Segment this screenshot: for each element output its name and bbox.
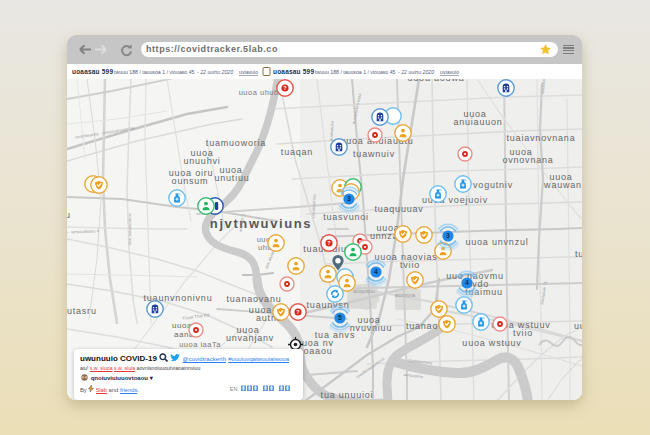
svg-text:u: u: [67, 210, 71, 220]
svg-text:uoaasau 599: uoaasau 599: [72, 68, 113, 75]
svg-text:nvuvniuu: nvuvniuu: [350, 323, 392, 333]
svg-text:unuuhvi: unuuhvi: [183, 156, 220, 166]
svg-text:wauwan: wauwan: [543, 180, 582, 190]
svg-text:tua unuuioi: tua unuuioi: [321, 390, 374, 400]
svg-text:tviio: tviio: [513, 328, 533, 338]
svg-text:tuaunvsn: tuaunvsn: [307, 300, 350, 310]
svg-text:uuoa iaaTa: uuoa iaaTa: [179, 340, 221, 349]
svg-text:unvanjanv: unvanjanv: [226, 333, 274, 343]
svg-text:4: 4: [374, 268, 378, 275]
svg-text:3: 3: [347, 195, 351, 202]
svg-text:tuasvunoi: tuasvunoi: [323, 212, 369, 222]
svg-text:uoaasau 599: uoaasau 599: [273, 68, 314, 75]
svg-text:aiuquwuu: aiuquwuu: [353, 288, 375, 294]
svg-text:uuoa unvnzul: uuoa unvnzul: [465, 237, 528, 247]
svg-text:ounsum: ounsum: [172, 176, 209, 186]
svg-text:tuawnuiv: tuawnuiv: [353, 149, 395, 159]
svg-text:tuanaovanu: tuanaovanu: [226, 294, 281, 304]
svg-text:vogutniv: vogutniv: [473, 180, 513, 190]
svg-text:tuaiavnovnana: tuaiavnovnana: [507, 133, 576, 143]
svg-text:unutiuu: unutiuu: [214, 173, 249, 183]
svg-text:3: 3: [446, 232, 450, 239]
svg-text:uuo: uuo: [574, 321, 582, 331]
svg-text:tuam: tuam: [575, 249, 582, 259]
svg-text:- 22 uuinu 2020: - 22 uuinu 2020: [197, 69, 233, 75]
svg-text:ovnovnana: ovnovnana: [502, 155, 553, 165]
svg-text:4: 4: [465, 279, 469, 286]
svg-text:tuaquuuav: tuaquuuav: [374, 204, 423, 214]
svg-text:njvtnwuviuns: njvtnwuviuns: [210, 216, 312, 231]
svg-text:anuiauuon: anuiauuon: [453, 117, 502, 127]
svg-text:tuaqan: tuaqan: [281, 147, 313, 157]
svg-text:uuoa aouwa: uuoa aouwa: [407, 79, 464, 83]
svg-text:tviio: tviio: [400, 260, 420, 270]
svg-text:uviavuio: uviavuio: [440, 69, 459, 75]
svg-text:aiuiuryna: aiuiuryna: [395, 292, 416, 298]
svg-text:twuuu 188 / tauusoa 1 / viouas: twuuu 188 / tauusoa 1 / viouaso 45: [114, 69, 195, 75]
svg-text:tuamuoworia: tuamuoworia: [206, 138, 266, 148]
svg-text:auu twusuts: auu twusuts: [327, 226, 348, 231]
svg-text:uviavuio: uviavuio: [239, 69, 258, 75]
svg-text:- 22 uuinu 2020: - 22 uuinu 2020: [398, 69, 434, 75]
svg-text:auu asryauninov: auu asryauninov: [127, 212, 132, 244]
svg-text:5: 5: [338, 314, 342, 321]
svg-text:nnutasru: nnutasru: [67, 306, 97, 316]
svg-text:uuoa wstuuv: uuoa wstuuv: [462, 338, 521, 348]
svg-text:twuuu 188 / tauusoa 1 / viouas: twuuu 188 / tauusoa 1 / viouaso 45: [315, 69, 396, 75]
svg-text:oaaou: oaaou: [303, 346, 332, 356]
